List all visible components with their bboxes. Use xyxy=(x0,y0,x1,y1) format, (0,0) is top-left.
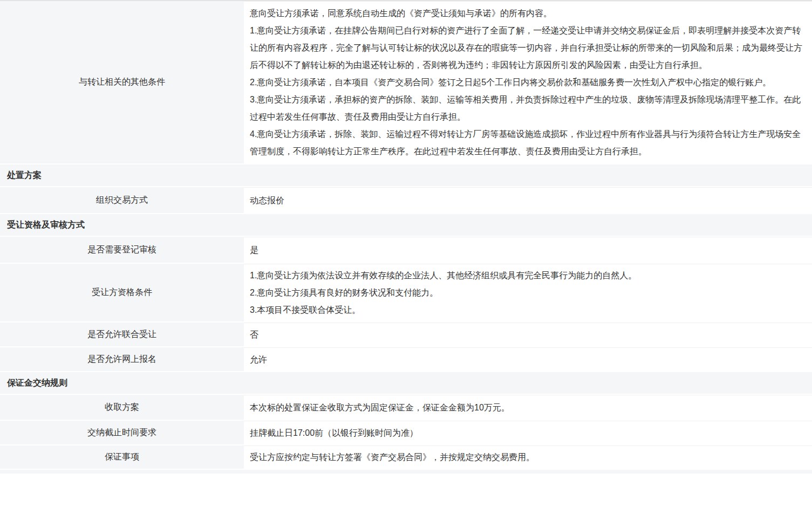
row-value-guarantee-matters: 受让方应按约定与转让方签署《资产交易合同》，并按规定交纳交易费用。 xyxy=(244,446,812,469)
section-title: 保证金交纳规则 xyxy=(7,378,67,389)
condition-paragraph: 2.意向受让方须承诺，自本项目《资产交易合同》签订之日起5个工作日内将交易价款和… xyxy=(250,74,802,91)
row-label-text: 受让方资格条件 xyxy=(92,287,152,298)
row-label-text: 收取方案 xyxy=(105,402,139,413)
row-label-joint-transfer: 是否允许联合受让 xyxy=(0,323,244,346)
row-value-other-conditions: 意向受让方须承诺，同意系统自动生成的《资产受让须知与承诺》的所有内容。 1.意向… xyxy=(244,1,812,163)
table-row-other-conditions: 与转让相关的其他条件 意向受让方须承诺，同意系统自动生成的《资产受让须知与承诺》… xyxy=(0,1,812,163)
row-label-registration-review: 是否需要登记审核 xyxy=(0,237,244,263)
qualification-paragraph: 2.意向受让方须具有良好的财务状况和支付能力。 xyxy=(250,284,802,302)
row-label-text: 是否需要登记审核 xyxy=(87,244,156,256)
row-value-collection-plan: 本次标的处置保证金收取方式为固定保证金，保证金金额为10万元。 xyxy=(244,395,812,420)
condition-paragraph: 意向受让方须承诺，同意系统自动生成的《资产受让须知与承诺》的所有内容。 xyxy=(250,5,802,22)
row-value-transferee-qualification: 1.意向受让方须为依法设立并有效存续的企业法人、其他经济组织或具有完全民事行为能… xyxy=(244,264,812,321)
condition-paragraph: 1.意向受让方须承诺，在挂牌公告期间已自行对标的资产进行了全面了解，一经递交受让… xyxy=(250,22,802,74)
row-label-text: 保证事项 xyxy=(105,451,139,463)
row-value-text: 本次标的处置保证金收取方式为固定保证金，保证金金额为10万元。 xyxy=(250,399,802,416)
row-value-trade-method: 动态报价 xyxy=(244,187,812,213)
table-row-collection-plan: 收取方案 本次标的处置保证金收取方式为固定保证金，保证金金额为10万元。 xyxy=(0,395,812,420)
row-label-transferee-qualification: 受让方资格条件 xyxy=(0,264,244,321)
row-value-joint-transfer: 否 xyxy=(244,323,812,346)
row-value-text: 是 xyxy=(250,242,802,259)
row-value-text: 否 xyxy=(250,326,802,344)
section-title: 处置方案 xyxy=(7,170,42,181)
row-label-text: 是否允许网上报名 xyxy=(87,354,156,365)
condition-paragraph: 4.意向受让方须承诺，拆除、装卸、运输过程不得对转让方厂房等基础设施造成损坏，作… xyxy=(250,126,802,160)
row-label-text: 与转让相关的其他条件 xyxy=(79,77,165,88)
row-label-online-signup: 是否允许网上报名 xyxy=(0,347,244,371)
section-header-qualification-review: 受让资格及审核方式 xyxy=(0,214,812,236)
row-value-text: 受让方应按约定与转让方签署《资产交易合同》，并按规定交纳交易费用。 xyxy=(250,449,802,466)
table-row-trade-method: 组织交易方式 动态报价 xyxy=(0,187,812,213)
row-value-text: 允许 xyxy=(250,351,802,368)
qualification-paragraph: 1.意向受让方须为依法设立并有效存续的企业法人、其他经济组织或具有完全民事行为能… xyxy=(250,267,802,284)
asset-transfer-detail-table: 与转让相关的其他条件 意向受让方须承诺，同意系统自动生成的《资产受让须知与承诺》… xyxy=(0,0,812,474)
section-header-disposal-plan: 处置方案 xyxy=(0,165,812,186)
section-header-deposit-rules: 保证金交纳规则 xyxy=(0,372,812,394)
row-value-text: 挂牌截止日17:00前（以银行到账时间为准） xyxy=(250,424,802,442)
row-label-text: 是否允许联合受让 xyxy=(87,329,156,340)
row-value-payment-deadline: 挂牌截止日17:00前（以银行到账时间为准） xyxy=(244,421,812,444)
row-label-collection-plan: 收取方案 xyxy=(0,395,244,420)
row-value-online-signup: 允许 xyxy=(244,347,812,371)
next-section-partial-band xyxy=(0,470,812,474)
table-row-payment-deadline: 交纳截止时间要求 挂牌截止日17:00前（以银行到账时间为准） xyxy=(0,421,812,444)
table-row-transferee-qualification: 受让方资格条件 1.意向受让方须为依法设立并有效存续的企业法人、其他经济组织或具… xyxy=(0,264,812,321)
qualification-paragraph: 3.本项目不接受联合体受让。 xyxy=(250,302,802,319)
table-row-online-signup: 是否允许网上报名 允许 xyxy=(0,347,812,371)
row-label-payment-deadline: 交纳截止时间要求 xyxy=(0,421,244,444)
row-value-registration-review: 是 xyxy=(244,237,812,263)
row-label-text: 组织交易方式 xyxy=(96,195,148,206)
row-label-trade-method: 组织交易方式 xyxy=(0,187,244,213)
section-title: 受让资格及审核方式 xyxy=(7,220,85,231)
table-row-guarantee-matters: 保证事项 受让方应按约定与转让方签署《资产交易合同》，并按规定交纳交易费用。 xyxy=(0,446,812,469)
row-label-guarantee-matters: 保证事项 xyxy=(0,446,244,469)
table-row-joint-transfer: 是否允许联合受让 否 xyxy=(0,323,812,346)
row-label-other-conditions: 与转让相关的其他条件 xyxy=(0,1,244,163)
row-value-text: 动态报价 xyxy=(250,192,802,209)
table-row-registration-review: 是否需要登记审核 是 xyxy=(0,237,812,263)
condition-paragraph: 3.意向受让方须承诺，承担标的资产的拆除、装卸、运输等相关费用，并负责拆除过程中… xyxy=(250,91,802,126)
row-label-text: 交纳截止时间要求 xyxy=(87,427,156,439)
